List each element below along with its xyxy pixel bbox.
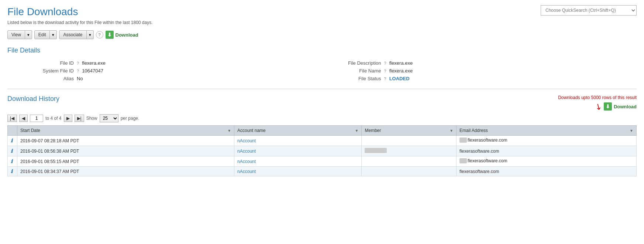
alias-label: Alias: [30, 76, 74, 81]
page-input[interactable]: [30, 115, 43, 122]
file-id-row: File ID ? flexera.exe: [30, 60, 330, 66]
file-id-value: flexera.exe: [82, 60, 106, 66]
table-header-row: Start Date ▼ Account name ▼ Member ▼: [8, 126, 637, 136]
email-blurred-prefix: [459, 158, 467, 163]
pagination: |◀ ◀ to 4 of 4 ▶ ▶| Show 25 50 100 per p…: [7, 114, 637, 122]
row-member: [362, 146, 457, 156]
download-note-container: Downloads upto 5000 rows of this result …: [558, 95, 637, 111]
file-name-row: File Name ? flexera.exe: [337, 68, 637, 74]
file-id-label: File ID: [30, 60, 74, 66]
alias-value: No: [77, 76, 83, 81]
email-domain: flexerasoftware.com: [468, 158, 507, 163]
file-name-label: File Name: [337, 68, 381, 74]
history-download-icon: ⬇: [604, 102, 612, 111]
info-icon[interactable]: ℹ: [11, 169, 13, 174]
view-btn-group: View ▾: [7, 30, 32, 39]
row-start-date: 2016-09-01 08:34:37 AM PDT: [17, 167, 234, 176]
edit-dropdown[interactable]: ▾: [50, 30, 57, 39]
row-email: flexerasoftware.com: [457, 156, 637, 167]
col-header-info: [8, 126, 17, 136]
toolbar: View ▾ Edit ▾ Associate ▾ ? ⬇ Download: [7, 30, 637, 39]
quicksearch-select[interactable]: Choose QuickSearch (Ctrl+Shift+Q): [541, 5, 637, 16]
file-status-label: File Status: [337, 76, 381, 81]
info-icon[interactable]: ℹ: [11, 159, 13, 164]
col-header-account-name: Account name ▼: [234, 126, 362, 136]
history-download-button[interactable]: ⬇ Download: [604, 102, 637, 111]
account-name-link[interactable]: nAccount: [237, 169, 256, 174]
account-name-filter-icon[interactable]: ▼: [355, 129, 359, 133]
row-member: [362, 136, 457, 146]
next-page-button[interactable]: ▶: [64, 115, 72, 122]
associate-dropdown[interactable]: ▾: [87, 30, 94, 39]
per-page-select[interactable]: 25 50 100: [100, 114, 118, 122]
toolbar-download-button[interactable]: ⬇ Download: [106, 31, 138, 39]
row-start-date: 2016-09-07 08:28:18 AM PDT: [17, 136, 234, 146]
row-email: flexerasoftware.com: [457, 136, 637, 146]
account-name-link[interactable]: nAccount: [237, 138, 256, 143]
row-account-name[interactable]: nAccount: [234, 156, 362, 167]
col-header-email: Email Address ▼: [457, 126, 637, 136]
row-account-name[interactable]: nAccount: [234, 146, 362, 156]
row-email: flexerasoftware.com: [457, 167, 637, 176]
view-dropdown[interactable]: ▾: [25, 30, 32, 39]
email-blurred-prefix: [459, 138, 467, 143]
page-total: to 4 of 4: [45, 116, 61, 121]
download-icon: ⬇: [106, 31, 114, 39]
email-domain: flexerasoftware.com: [468, 138, 507, 143]
row-member: [362, 156, 457, 167]
edit-btn-group: Edit ▾: [34, 30, 57, 39]
row-member: [362, 167, 457, 176]
file-status-value: LOADED: [389, 76, 410, 81]
download-history-table: Start Date ▼ Account name ▼ Member ▼: [7, 125, 637, 176]
table-row: ℹ2016-09-01 08:56:38 AM PDTnAccountflexe…: [8, 146, 637, 156]
show-label: Show: [86, 116, 97, 121]
info-icon[interactable]: ℹ: [11, 138, 13, 143]
row-info-icon[interactable]: ℹ: [8, 167, 17, 176]
first-page-button[interactable]: |◀: [7, 115, 17, 122]
table-row: ℹ2016-09-01 08:55:15 AM PDTnAccountflexe…: [8, 156, 637, 167]
account-name-link[interactable]: nAccount: [237, 159, 256, 164]
view-button[interactable]: View: [7, 30, 25, 39]
row-info-icon[interactable]: ℹ: [8, 156, 17, 167]
email-filter-icon[interactable]: ▼: [630, 129, 633, 133]
last-page-button[interactable]: ▶|: [75, 115, 84, 122]
associate-button[interactable]: Associate: [59, 30, 86, 39]
file-description-label: File Description: [337, 60, 381, 66]
info-icon[interactable]: ℹ: [11, 148, 13, 154]
table-row: ℹ2016-09-07 08:28:18 AM PDTnAccountflexe…: [8, 136, 637, 146]
section-divider: [7, 89, 637, 89]
row-info-icon[interactable]: ℹ: [8, 146, 17, 156]
row-info-icon[interactable]: ℹ: [8, 136, 17, 146]
per-page-suffix: per page.: [121, 116, 140, 121]
row-account-name[interactable]: nAccount: [234, 136, 362, 146]
row-account-name[interactable]: nAccount: [234, 167, 362, 176]
file-details-grid: File ID ? flexera.exe System File ID ? 1…: [7, 60, 637, 81]
file-status-help-icon[interactable]: ?: [384, 77, 386, 81]
member-blurred: [365, 148, 387, 153]
red-arrow-icon: ↘: [593, 101, 604, 112]
col-header-member: Member ▼: [362, 126, 457, 136]
alias-row: Alias No: [30, 76, 330, 81]
table-row: ℹ2016-09-01 08:34:37 AM PDTnAccountflexe…: [8, 167, 637, 176]
system-file-id-value: 10647047: [82, 68, 103, 74]
file-name-help-icon[interactable]: ?: [384, 69, 386, 73]
member-filter-icon[interactable]: ▼: [450, 129, 453, 133]
file-id-help-icon[interactable]: ?: [77, 61, 79, 65]
start-date-filter-icon[interactable]: ▼: [227, 129, 231, 133]
file-description-value: flexera.exe: [389, 60, 413, 66]
system-file-id-label: System File ID: [30, 68, 74, 74]
file-details-title: File Details: [7, 47, 637, 54]
account-name-link[interactable]: nAccount: [237, 149, 256, 154]
row-start-date: 2016-09-01 08:56:38 AM PDT: [17, 146, 234, 156]
help-button[interactable]: ?: [96, 31, 103, 38]
associate-btn-group: Associate ▾: [59, 30, 93, 39]
system-file-id-help-icon[interactable]: ?: [77, 69, 79, 73]
file-description-help-icon[interactable]: ?: [384, 61, 386, 65]
prev-page-button[interactable]: ◀: [19, 115, 28, 122]
row-email: flexerasoftware.com: [457, 146, 637, 156]
row-start-date: 2016-09-01 08:55:15 AM PDT: [17, 156, 234, 167]
edit-button[interactable]: Edit: [34, 30, 50, 39]
col-header-start-date: Start Date ▼: [17, 126, 234, 136]
download-history-header: Download History Downloads upto 5000 row…: [7, 95, 637, 111]
file-name-value: flexera.exe: [389, 68, 413, 74]
